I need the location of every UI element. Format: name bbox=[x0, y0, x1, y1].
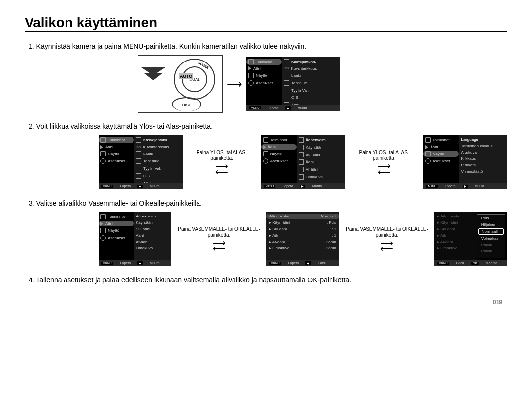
value-row: ▸ Äänenvoim. bbox=[434, 214, 477, 219]
arrow-right-icon: ⟶⟵ bbox=[378, 163, 391, 175]
submenu-item[interactable]: Tark.alue bbox=[282, 80, 340, 86]
step3-text: 3. Valitse alivalikko Vasemmalle- tai Oi… bbox=[29, 199, 507, 207]
submenu-item[interactable]: Kasvojentunn. bbox=[282, 59, 340, 65]
submenu-item[interactable]: Af-ääni bbox=[134, 239, 171, 245]
value-row: ▸ Af-ääni bbox=[434, 239, 477, 245]
menu-item-toiminnot[interactable]: Toiminnot bbox=[99, 137, 134, 143]
arrow-right-icon: ⟶ bbox=[227, 78, 242, 91]
style-icon bbox=[284, 88, 289, 93]
step2-text: 2. Voit liikkua valikoissa käyttämällä Y… bbox=[29, 123, 507, 130]
menu-item-toiminnot[interactable]: Toiminnot bbox=[99, 214, 134, 220]
submenu-item[interactable]: Alkukuva bbox=[459, 150, 507, 155]
step4-text: 4. Tallenna asetukset ja palaa edellisee… bbox=[29, 276, 507, 284]
menu-item-asetukset[interactable]: Asetukset bbox=[99, 158, 134, 164]
submenu-item[interactable]: Laatu bbox=[134, 151, 183, 157]
lcd-screen-1: Toiminnot Ääni Näyttö Asetukset Kasvojen… bbox=[246, 57, 340, 111]
footer-exit: Lopeta bbox=[268, 106, 278, 110]
option-item: Päällä bbox=[478, 242, 504, 247]
value-row[interactable]: ▸ Sul.ääni: 1 bbox=[266, 226, 339, 232]
submenu-item[interactable]: ISOKuvantarkkuus bbox=[134, 144, 183, 150]
value-row: ▸ Omakuva bbox=[434, 246, 477, 251]
menu-item-aani[interactable]: Ääni bbox=[99, 144, 134, 150]
submenu-item[interactable]: Omakuva bbox=[134, 246, 171, 251]
menu-item-toiminnot[interactable]: Toiminnot bbox=[246, 59, 282, 65]
submenu-item[interactable]: Kasvojentunn. bbox=[134, 137, 183, 143]
menu-item-asetukset[interactable]: Asetukset bbox=[423, 158, 459, 164]
submenu-item[interactable]: ISOKuvantarkkuus bbox=[282, 66, 340, 71]
submenu-item[interactable]: OIS bbox=[282, 94, 340, 101]
submenu-item[interactable]: Käyn.ääni bbox=[134, 220, 171, 225]
submenu-item[interactable]: Äänenvoim. bbox=[134, 214, 171, 219]
submenu-item[interactable]: Sul.ääni bbox=[297, 152, 345, 158]
menu-item-asetukset[interactable]: Asetukset bbox=[261, 158, 297, 164]
menu-item-aani[interactable]: Ääni bbox=[261, 144, 297, 150]
value-row: ▸ Ääni bbox=[434, 233, 477, 238]
submenu-item[interactable]: Kirkkaus bbox=[459, 156, 507, 161]
menu-item-naytto[interactable]: Näyttö bbox=[261, 151, 297, 157]
value-row[interactable]: ▸ Af-ääni: Päällä bbox=[266, 239, 339, 245]
option-item-selected[interactable]: Normaali bbox=[478, 228, 504, 235]
lcd-screen-3c: ▸ Äänenvoim. ▸ Käyn.ääni ▸ Sul.ääni ▸ Ää… bbox=[434, 212, 507, 266]
display-icon bbox=[100, 151, 106, 156]
caption-leftright: Paina VASEMMALLE- tai OIKEALLE- painiket… bbox=[175, 226, 263, 238]
submenu-item[interactable]: OIS bbox=[134, 173, 183, 179]
lcd-screen-2c: Toiminnot Ääni Näyttö Asetukset Language… bbox=[423, 135, 507, 189]
submenu-item[interactable]: Sul.ääni bbox=[134, 226, 171, 232]
value-row[interactable]: ▸ Ääni: 1 bbox=[266, 233, 339, 238]
submenu-item[interactable]: Language bbox=[459, 137, 507, 142]
menu-item-naytto[interactable]: Näyttö bbox=[423, 151, 459, 157]
camera-icon bbox=[248, 59, 254, 64]
arrow-right-icon: ⟶⟵ bbox=[215, 163, 228, 175]
option-item[interactable]: Hiljainen bbox=[478, 222, 504, 227]
value-row[interactable]: ▸ Käyn.ääni: Pois bbox=[266, 220, 339, 225]
menu-item-aani[interactable]: Ääni bbox=[246, 66, 282, 71]
step1-text: 1. Käynnistää kamera ja paina MENU-paini… bbox=[29, 42, 507, 50]
submenu-item[interactable]: Tark.alue bbox=[134, 158, 183, 164]
submenu-item[interactable]: Äänenvoim. bbox=[297, 137, 345, 143]
camera-icon bbox=[100, 137, 106, 143]
value-row[interactable]: ▸ Omakuva: Päällä bbox=[266, 246, 339, 251]
submenu-item[interactable]: Tyylin Val. bbox=[134, 165, 183, 172]
menu-item-toiminnot[interactable]: Toiminnot bbox=[261, 137, 297, 143]
gear-icon bbox=[248, 80, 254, 86]
menu-item-naytto[interactable]: Näyttö bbox=[99, 151, 134, 157]
sound-icon bbox=[100, 145, 103, 149]
menu-item-asetukset[interactable]: Asetukset bbox=[99, 235, 134, 241]
quality-icon bbox=[284, 73, 289, 78]
ois-icon bbox=[284, 95, 289, 100]
menu-item-aani[interactable]: Ääni bbox=[99, 221, 134, 226]
submenu-item[interactable]: Omakuva bbox=[297, 174, 345, 180]
submenu-item[interactable]: Toiminnon kuvaus bbox=[459, 143, 507, 149]
menu-item-naytto[interactable]: Näyttö bbox=[246, 72, 282, 79]
face-icon bbox=[284, 59, 289, 64]
value-row[interactable]: Äänenvoim.Normaali bbox=[266, 214, 339, 219]
menu-item-aani[interactable]: Ääni bbox=[423, 144, 459, 150]
menu-item-asetukset[interactable]: Asetukset bbox=[246, 80, 282, 86]
menu-item-naytto[interactable]: Näyttö bbox=[99, 227, 134, 234]
option-item[interactable]: Pois bbox=[478, 216, 504, 221]
submenu-item[interactable]: Ääni bbox=[134, 233, 171, 238]
submenu-item[interactable]: Virransäästö bbox=[459, 169, 507, 174]
option-item: Päällä bbox=[478, 248, 504, 254]
footer-change: Muuta bbox=[298, 106, 307, 110]
submenu-item[interactable]: Laatu bbox=[282, 72, 340, 79]
submenu-item[interactable]: Käyn.ääni bbox=[297, 144, 345, 151]
caption-updown: Paina YLÖS- tai ALAS- painiketta. bbox=[349, 150, 419, 161]
option-item[interactable]: Voimakas bbox=[478, 236, 504, 241]
lcd-screen-3b: Äänenvoim.Normaali ▸ Käyn.ääni: Pois ▸ S… bbox=[266, 212, 339, 266]
submenu-item[interactable]: Af-ääni bbox=[297, 166, 345, 173]
page-title: Valikon käyttäminen bbox=[25, 15, 507, 32]
caption-leftright: Paina VASEMMALLE- tai OIKEALLE- painiket… bbox=[343, 226, 431, 238]
ok-button-label: OK bbox=[471, 262, 479, 265]
focus-icon bbox=[284, 80, 289, 86]
play-icon: ▶ bbox=[285, 106, 291, 110]
lcd-screen-3a: Toiminnot Ääni Näyttö Asetukset Äänenvoi… bbox=[99, 212, 171, 266]
mode-dual-label: DUAL bbox=[182, 66, 207, 92]
menu-item-toiminnot[interactable]: Toiminnot bbox=[423, 137, 459, 143]
submenu-item[interactable]: Tyylin Val. bbox=[282, 87, 340, 93]
menu-button-label: MENU bbox=[249, 106, 261, 109]
page-number: 019 bbox=[25, 299, 507, 306]
submenu-item[interactable]: Pikakats bbox=[459, 162, 507, 168]
submenu-item[interactable]: Ääni bbox=[297, 159, 345, 165]
sound-icon bbox=[248, 66, 251, 70]
